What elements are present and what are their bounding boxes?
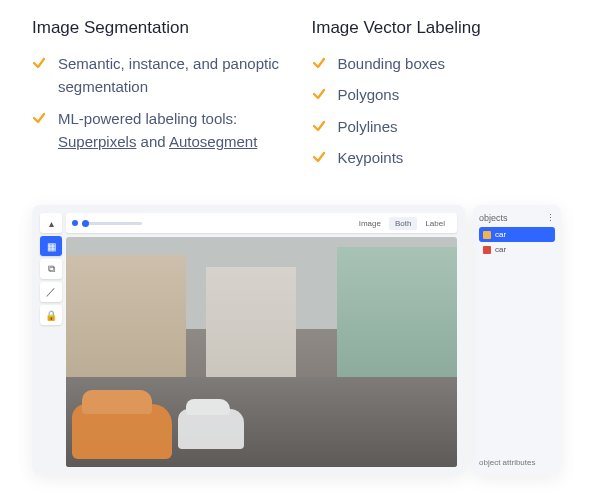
feature-text: Semantic, instance, and panoptic segment…: [58, 52, 282, 99]
object-row[interactable]: car: [479, 242, 555, 257]
feature-text: Polygons: [338, 83, 400, 106]
object-attributes-label: object attributes: [479, 452, 555, 467]
view-mode-group: Image Both Label: [353, 217, 451, 230]
check-icon: [312, 87, 326, 101]
object-label: car: [495, 230, 506, 239]
image-canvas[interactable]: [66, 237, 457, 467]
mode-image[interactable]: Image: [353, 217, 387, 230]
scene-building: [66, 255, 186, 395]
mask-car-orange[interactable]: [72, 404, 172, 459]
tool-crop[interactable]: ⧉: [40, 259, 62, 279]
scene-building: [337, 247, 457, 397]
topbar-left: [72, 220, 142, 226]
object-label: car: [495, 245, 506, 254]
scene-building: [206, 267, 296, 387]
object-row[interactable]: car: [479, 227, 555, 242]
tool-lock[interactable]: 🔒: [40, 305, 62, 325]
link-superpixels[interactable]: Superpixels: [58, 133, 136, 150]
tool-pointer[interactable]: ▴: [40, 213, 62, 233]
opacity-slider[interactable]: [82, 222, 142, 225]
swatch-icon: [483, 246, 491, 254]
objects-panel-header: objects ⋮: [479, 213, 555, 223]
swatch-icon: [483, 231, 491, 239]
feature-text: Keypoints: [338, 146, 404, 169]
vector-title: Image Vector Labeling: [312, 18, 562, 38]
feature-item: ML-powered labeling tools: Superpixels a…: [32, 107, 282, 154]
feature-item: Semantic, instance, and panoptic segment…: [32, 52, 282, 99]
feature-item: Bounding boxes: [312, 52, 562, 75]
check-icon: [32, 111, 46, 125]
app-screenshot: ▴ ▦ ⧉ ／ 🔒 Image Both Label: [32, 205, 561, 475]
mode-both[interactable]: Both: [389, 217, 417, 230]
editor-panel: ▴ ▦ ⧉ ／ 🔒 Image Both Label: [32, 205, 465, 475]
column-segmentation: Image Segmentation Semantic, instance, a…: [32, 18, 282, 177]
check-icon: [312, 119, 326, 133]
mask-car-white[interactable]: [178, 409, 244, 449]
left-toolbar: ▴ ▦ ⧉ ／ 🔒: [40, 213, 62, 325]
status-dot-icon: [72, 220, 78, 226]
check-icon: [312, 150, 326, 164]
check-icon: [312, 56, 326, 70]
feature-columns: Image Segmentation Semantic, instance, a…: [32, 18, 561, 177]
objects-panel: objects ⋮ car car object attributes: [473, 205, 561, 475]
column-vector: Image Vector Labeling Bounding boxes Pol…: [312, 18, 562, 177]
vector-list: Bounding boxes Polygons Polylines Keypoi…: [312, 52, 562, 169]
feature-text: ML-powered labeling tools: Superpixels a…: [58, 107, 282, 154]
feature-item: Polylines: [312, 115, 562, 138]
tool-box[interactable]: ▦: [40, 236, 62, 256]
more-icon[interactable]: ⋮: [546, 213, 555, 223]
feature-text: Polylines: [338, 115, 398, 138]
objects-panel-title: objects: [479, 213, 508, 223]
check-icon: [32, 56, 46, 70]
editor-topbar: Image Both Label: [66, 213, 457, 233]
segmentation-title: Image Segmentation: [32, 18, 282, 38]
tool-line[interactable]: ／: [40, 282, 62, 302]
feature-item: Keypoints: [312, 146, 562, 169]
segmentation-list: Semantic, instance, and panoptic segment…: [32, 52, 282, 153]
link-autosegment[interactable]: Autosegment: [169, 133, 257, 150]
mode-label[interactable]: Label: [419, 217, 451, 230]
feature-text: Bounding boxes: [338, 52, 446, 75]
feature-item: Polygons: [312, 83, 562, 106]
